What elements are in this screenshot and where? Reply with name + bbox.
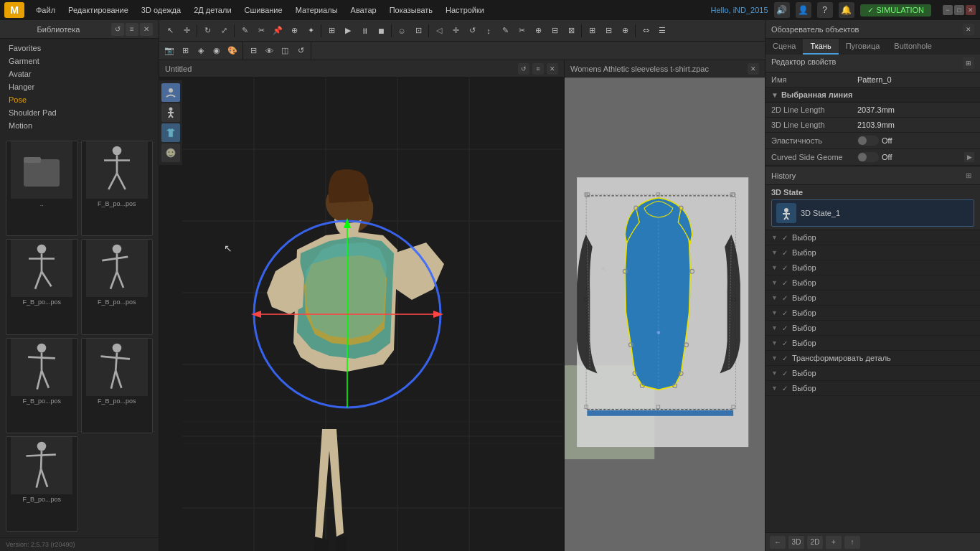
tree-shoulder-pad[interactable]: Shoulder Pad — [0, 106, 159, 119]
history-item-3[interactable]: ▼ ✓ Выбор — [765, 276, 980, 291]
lib-thumb-pose3[interactable]: F_B_po...pos — [81, 239, 154, 334]
tb-rotate-tool[interactable]: ↻ — [199, 23, 215, 39]
tab-buttonhole[interactable]: Buttonhole — [887, 39, 939, 55]
prop-section-selected-line[interactable]: ▼ Выбранная линия — [765, 88, 980, 103]
menu-show[interactable]: Показывать — [384, 4, 438, 17]
tb-scissors-tool[interactable]: ✂ — [253, 23, 269, 39]
tb-2d-rotate[interactable]: ↺ — [464, 23, 480, 39]
tb-pin-tool[interactable]: 📌 — [270, 23, 286, 39]
library-list-button[interactable]: ≡ — [126, 23, 138, 36]
library-refresh-button[interactable]: ↺ — [111, 23, 124, 36]
notification-icon[interactable]: 🔔 — [839, 2, 854, 18]
tree-garment[interactable]: Garment — [0, 55, 159, 67]
tb-cloth-btn[interactable]: ◫ — [278, 44, 292, 58]
menu-materials[interactable]: Материалы — [290, 4, 344, 17]
tb-pen-tool[interactable]: ✎ — [237, 23, 253, 39]
tb-simulate-btn[interactable]: ▶ — [340, 23, 356, 39]
vp3d-side-face-btn[interactable] — [161, 143, 180, 162]
history-item-0[interactable]: ▼ ✓ Выбор — [765, 230, 980, 245]
sound-icon[interactable]: 🔊 — [774, 2, 790, 18]
props-expand-btn[interactable]: ⊞ — [963, 57, 974, 69]
lib-thumb-folder[interactable]: .. — [6, 141, 78, 236]
tb-texture-btn[interactable]: 🎨 — [225, 44, 240, 58]
history-item-6[interactable]: ▼ ✓ Выбор — [765, 321, 980, 336]
tb-solid-btn[interactable]: ◉ — [209, 44, 224, 58]
tb-weld-tool[interactable]: ⊞ — [324, 23, 339, 39]
footer-back-btn[interactable]: ← — [770, 536, 786, 549]
vp2d-close-btn[interactable]: ✕ — [748, 63, 759, 75]
tb-select-tool[interactable]: ↖ — [162, 23, 178, 39]
prop-curved-toggle[interactable] — [857, 152, 879, 162]
close-button[interactable]: ✕ — [966, 5, 976, 15]
lib-thumb-pose5[interactable]: F_B_po...pos — [81, 338, 154, 433]
vp3d-list-btn[interactable]: ≡ — [532, 63, 544, 75]
history-item-2[interactable]: ▼ ✓ Выбор — [765, 260, 980, 276]
tb-2d-scale[interactable]: ↕ — [481, 23, 496, 39]
right-panel-close-btn[interactable]: ✕ — [963, 24, 974, 35]
lib-thumb-pose4[interactable]: F_B_po...pos — [6, 338, 78, 433]
tb-2d-scissors[interactable]: ✂ — [514, 23, 529, 39]
vp3d-refresh-btn[interactable]: ↺ — [518, 63, 529, 75]
history-item-8[interactable]: ▼ ✓ Трансформировать деталь — [765, 351, 980, 366]
tab-scene[interactable]: Сцена — [765, 39, 803, 55]
menu-sewing[interactable]: Сшивание — [239, 4, 288, 17]
tb-2d-move[interactable]: ✛ — [448, 23, 463, 39]
menu-settings[interactable]: Настройки — [440, 4, 490, 17]
tb-camera-btn[interactable]: 📷 — [162, 44, 176, 58]
tb-2d-pen[interactable]: ✎ — [497, 23, 513, 39]
footer-add-btn[interactable]: + — [826, 536, 842, 549]
history-item-4[interactable]: ▼ ✓ Выбор — [765, 291, 980, 306]
tb-wire-btn[interactable]: ◈ — [194, 44, 208, 58]
viewport-3d-canvas[interactable]: ↖ — [159, 77, 564, 551]
vp3d-side-shirt-btn[interactable] — [161, 123, 180, 142]
prop-curved-expand-btn[interactable]: ▶ — [964, 152, 974, 162]
tb-2d-stitch[interactable]: ⊟ — [547, 23, 562, 39]
prop-elasticity-toggle[interactable] — [857, 136, 879, 146]
lib-thumb-pose6[interactable]: F_B_po...pos — [6, 436, 78, 532]
tb-2d-snap[interactable]: ⊕ — [617, 23, 633, 39]
tree-motion[interactable]: Motion — [0, 119, 159, 132]
tb-2d-measure[interactable]: ⇔ — [638, 23, 654, 39]
tb-view-btn[interactable]: ⊞ — [178, 44, 192, 58]
tb-smile-tool[interactable]: ☺ — [394, 23, 410, 39]
help-icon[interactable]: ? — [817, 2, 833, 18]
tb-reset-btn[interactable]: ↺ — [293, 44, 308, 58]
menu-file[interactable]: Файл — [30, 4, 61, 17]
history-expand-btn[interactable]: ⊞ — [963, 170, 974, 182]
tree-avatar[interactable]: Avatar — [0, 67, 159, 80]
simulation-button[interactable]: ✓ SIMULATION — [860, 4, 931, 17]
tb-2d-add[interactable]: ⊕ — [530, 23, 546, 39]
tb-2d-mirror[interactable]: ⊠ — [563, 23, 579, 39]
history-item-10[interactable]: ▼ ✓ Выбор — [765, 381, 980, 396]
menu-avatar[interactable]: Аватар — [345, 4, 382, 17]
footer-3d-btn[interactable]: 3D — [788, 536, 804, 549]
lib-thumb-pose1[interactable]: F_B_po...pos — [81, 141, 154, 236]
tb-2d-grid[interactable]: ⊟ — [600, 23, 616, 39]
tb-scale-tool[interactable]: ⤢ — [216, 23, 232, 39]
menu-edit[interactable]: Редактирование — [62, 4, 134, 17]
tb-sym-btn[interactable]: ⊟ — [246, 44, 260, 58]
menu-3d-clothes[interactable]: 3D одежда — [136, 4, 187, 17]
history-item-9[interactable]: ▼ ✓ Выбор — [765, 366, 980, 381]
tree-pose[interactable]: Pose — [0, 93, 159, 106]
tb-edit-tool[interactable]: ✦ — [303, 23, 319, 39]
lib-thumb-pose2[interactable]: F_B_po...pos — [6, 239, 78, 334]
tb-pause-btn[interactable]: ⏸ — [357, 23, 372, 39]
tab-fabric[interactable]: Ткань — [803, 39, 838, 55]
tb-show-btn[interactable]: 👁 — [262, 44, 276, 58]
tree-favorites[interactable]: Favorites — [0, 42, 159, 55]
tb-2d-arrange[interactable]: ⊞ — [584, 23, 600, 39]
tb-2d-texture[interactable]: ☰ — [654, 23, 670, 39]
tb-move-tool[interactable]: ✛ — [179, 23, 194, 39]
vp3d-side-pose-btn[interactable] — [161, 103, 180, 122]
tree-hanger[interactable]: Hanger — [0, 80, 159, 93]
vp3d-close-btn[interactable]: ✕ — [547, 63, 558, 75]
minimize-button[interactable]: − — [943, 5, 953, 15]
vp3d-side-avatar-btn[interactable] — [161, 83, 180, 102]
history-item-1[interactable]: ▼ ✓ Выбор — [765, 245, 980, 260]
tab-button[interactable]: Пуговица — [839, 39, 887, 55]
history-item-5[interactable]: ▼ ✓ Выбор — [765, 306, 980, 321]
footer-export-btn[interactable]: ↑ — [844, 536, 860, 549]
menu-2d-parts[interactable]: 2Д детали — [188, 4, 237, 17]
tb-stop-btn[interactable]: ⏹ — [373, 23, 389, 39]
